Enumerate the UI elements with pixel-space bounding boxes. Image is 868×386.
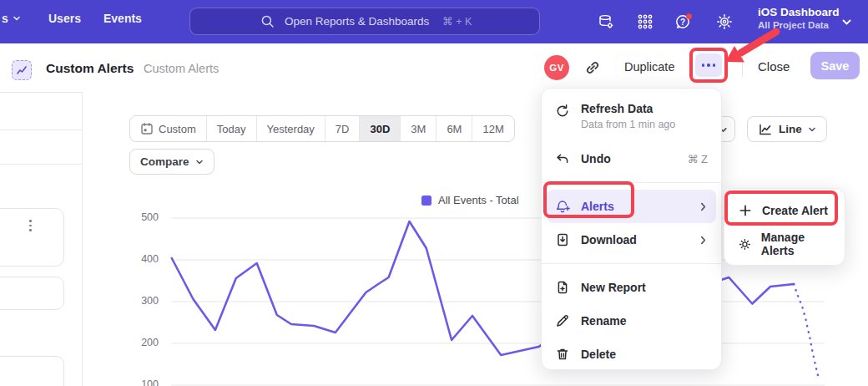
breadcrumb: Custom Alerts xyxy=(144,62,219,75)
compare-button[interactable]: Compare xyxy=(129,149,214,175)
search-icon xyxy=(260,14,275,28)
settings-gear-icon[interactable] xyxy=(711,8,738,35)
query-item-card[interactable] xyxy=(0,356,64,386)
menu-divider xyxy=(542,263,721,264)
chevron-down-icon xyxy=(195,158,204,166)
query-builder-panel xyxy=(0,92,83,386)
nav-item-fragment[interactable]: s xyxy=(2,12,21,25)
more-options-button[interactable] xyxy=(695,53,722,77)
pencil-icon xyxy=(555,313,570,328)
trash-icon xyxy=(555,347,570,362)
undo-icon xyxy=(555,151,570,166)
y-axis-tick-label: 200 xyxy=(124,337,159,348)
chevron-down-icon xyxy=(13,14,21,23)
nav-item-events[interactable]: Events xyxy=(103,12,142,25)
range-6m[interactable]: 6M xyxy=(437,116,472,141)
chevron-right-icon xyxy=(699,202,708,211)
svg-text:?: ? xyxy=(680,18,685,27)
y-axis-tick-label: 500 xyxy=(124,211,159,223)
report-header: Custom Alerts Custom Alerts xyxy=(0,43,868,92)
plus-icon xyxy=(739,204,752,217)
y-axis-tick-label: 100 xyxy=(124,378,159,386)
close-button[interactable]: Close xyxy=(758,59,790,74)
gear-icon xyxy=(739,237,751,251)
nav-item-users[interactable]: Users xyxy=(48,12,81,25)
y-axis-tick-label: 300 xyxy=(124,295,159,307)
search-bar[interactable]: Open Reports & Dashboards ⌘ + K xyxy=(189,8,540,35)
chart-legend[interactable]: All Events - Total xyxy=(421,194,519,206)
project-scope: All Project Data xyxy=(758,20,840,30)
range-12m[interactable]: 12M xyxy=(472,116,513,141)
download-icon xyxy=(555,232,570,247)
page-title: Custom Alerts xyxy=(46,61,134,76)
query-item-card[interactable] xyxy=(0,277,64,310)
range-today[interactable]: Today xyxy=(207,116,257,141)
help-icon[interactable]: ? xyxy=(671,8,698,35)
range-3m[interactable]: 3M xyxy=(401,116,437,141)
menu-item-new-report[interactable]: New Report xyxy=(542,271,721,304)
menu-divider xyxy=(542,182,721,183)
menu-item-delete[interactable]: Delete xyxy=(542,338,721,371)
alerts-submenu: Create Alert Manage Alerts xyxy=(724,188,845,266)
submenu-item-create-alert[interactable]: Create Alert xyxy=(724,194,845,227)
chevron-right-icon xyxy=(699,236,708,245)
menu-item-download[interactable]: Download xyxy=(542,223,721,256)
menu-item-undo[interactable]: Undo ⌘ Z xyxy=(542,142,721,175)
chart-type-button[interactable]: Line xyxy=(747,116,827,142)
apps-grid-icon[interactable] xyxy=(632,8,659,35)
undo-shortcut: ⌘ Z xyxy=(687,153,708,165)
calendar-icon xyxy=(140,122,154,135)
range-7d[interactable]: 7D xyxy=(326,116,361,141)
panel-divider xyxy=(0,164,82,165)
y-axis-tick-label: 400 xyxy=(124,253,159,265)
menu-item-alerts[interactable]: Alerts xyxy=(547,190,716,223)
legend-label: All Events - Total xyxy=(438,194,519,206)
data-management-icon[interactable] xyxy=(593,8,619,35)
copy-link-icon[interactable] xyxy=(583,58,603,77)
range-30d-selected[interactable]: 30D xyxy=(360,116,401,141)
project-name: iOS Dashboard xyxy=(758,6,840,18)
top-navigation-bar: s Users Events Open Reports & Dashboards… xyxy=(0,0,868,43)
notification-dot xyxy=(686,13,692,19)
menu-item-rename[interactable]: Rename xyxy=(542,304,721,338)
line-chart-icon xyxy=(758,122,773,137)
search-placeholder: Open Reports & Dashboards xyxy=(285,15,429,28)
search-shortcut: ⌘ + K xyxy=(442,15,472,28)
context-menu: Refresh Data Data from 1 min ago Undo ⌘ … xyxy=(541,88,722,370)
date-range-control: Custom Today Yesterday 7D 30D 3M 6M 12M xyxy=(129,115,515,142)
range-custom[interactable]: Custom xyxy=(130,116,207,141)
duplicate-button[interactable]: Duplicate xyxy=(624,60,674,74)
ellipsis-icon xyxy=(702,63,705,67)
new-report-icon xyxy=(555,280,570,295)
kebab-menu-icon[interactable] xyxy=(29,220,32,231)
refresh-data-freshness: Data from 1 min ago xyxy=(581,119,675,130)
header-divider xyxy=(742,55,743,77)
report-chart-icon xyxy=(12,60,32,80)
chevron-down-icon xyxy=(808,125,816,134)
refresh-icon xyxy=(555,104,570,119)
chevron-down-icon[interactable] xyxy=(841,17,852,28)
legend-swatch xyxy=(421,196,431,206)
menu-item-refresh-data[interactable]: Refresh Data Data from 1 min ago xyxy=(542,97,721,142)
bell-plus-icon xyxy=(555,199,570,214)
query-item-card[interactable] xyxy=(0,208,64,267)
avatar[interactable]: GV xyxy=(544,55,569,80)
range-yesterday[interactable]: Yesterday xyxy=(257,116,326,141)
panel-divider xyxy=(0,130,82,130)
project-selector[interactable]: iOS Dashboard All Project Data xyxy=(758,6,840,30)
submenu-item-manage-alerts[interactable]: Manage Alerts xyxy=(724,227,845,261)
save-button[interactable]: Save xyxy=(810,52,860,79)
